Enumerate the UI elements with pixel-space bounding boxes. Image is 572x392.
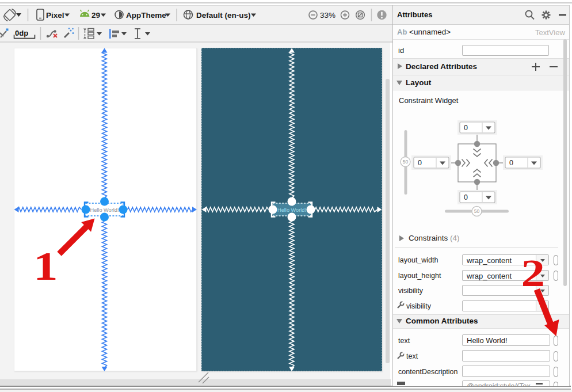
svg-text:0: 0	[464, 124, 468, 132]
svg-text:2: 2	[521, 251, 545, 294]
svg-text:50: 50	[403, 159, 409, 165]
svg-text:50: 50	[474, 208, 480, 214]
svg-text:0: 0	[464, 193, 468, 201]
svg-text:Hello World!: Hello World!	[277, 207, 306, 213]
svg-text:1: 1	[33, 243, 58, 288]
svg-text:Hello World!: Hello World!	[90, 207, 119, 213]
svg-text:0: 0	[509, 159, 513, 167]
svg-text:0: 0	[418, 159, 422, 167]
